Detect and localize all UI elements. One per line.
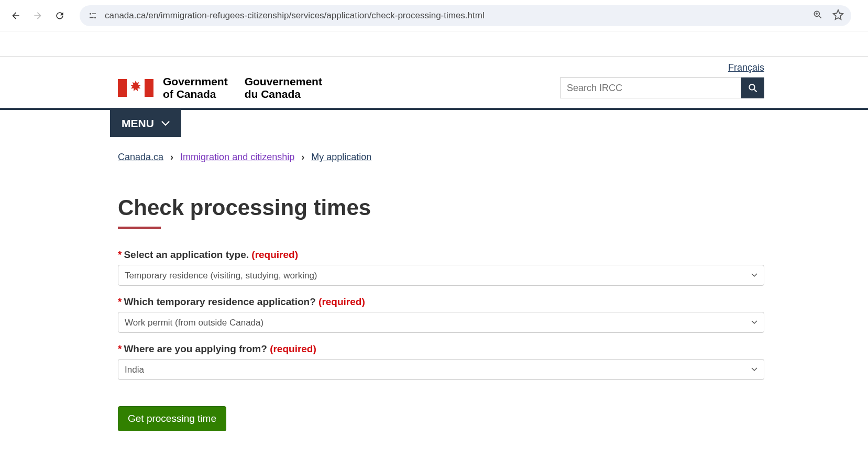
- svg-point-8: [749, 84, 755, 90]
- nav-arrows-group: [9, 9, 66, 22]
- government-wordmark: Government of Canada Gouvernement du Can…: [163, 75, 322, 100]
- zoom-icon[interactable]: [812, 9, 823, 22]
- svg-rect-1: [92, 13, 96, 14]
- svg-point-2: [94, 17, 96, 18]
- page-body: Français Government of Canada Gouvernem: [0, 31, 868, 452]
- main-content: Check processing times *Select an applic…: [0, 163, 868, 452]
- breadcrumb: Canada.ca › Immigration and citizenship …: [0, 137, 868, 163]
- label-applying-from: *Where are you applying from? (required): [118, 343, 764, 355]
- select-applying-from[interactable]: India: [118, 359, 764, 380]
- label-temp-residence: *Which temporary residence application? …: [118, 296, 764, 308]
- svg-line-9: [754, 89, 757, 92]
- language-row: Français: [0, 57, 868, 73]
- page-title: Check processing times: [118, 195, 764, 220]
- chevron-right-icon: ›: [301, 152, 304, 163]
- breadcrumb-link-2[interactable]: My application: [311, 152, 371, 162]
- government-logo[interactable]: Government of Canada Gouvernement du Can…: [118, 75, 322, 100]
- site-header: Government of Canada Gouvernement du Can…: [0, 73, 868, 108]
- get-processing-time-button[interactable]: Get processing time: [118, 406, 226, 431]
- browser-toolbar: canada.ca/en/immigration-refugees-citize…: [0, 0, 868, 31]
- bookmark-star-icon[interactable]: [832, 9, 844, 23]
- search-button[interactable]: [741, 77, 764, 98]
- language-toggle-link[interactable]: Français: [728, 62, 764, 73]
- svg-line-5: [819, 16, 821, 18]
- addr-icons: [812, 9, 844, 23]
- site-info-icon[interactable]: [87, 10, 98, 21]
- select-temp-residence[interactable]: Work permit (from outside Canada): [118, 312, 764, 333]
- canada-flag-icon: [118, 79, 153, 97]
- breadcrumb-link-0[interactable]: Canada.ca: [118, 152, 163, 162]
- form-group-application-type: *Select an application type. (required) …: [118, 249, 764, 286]
- gov-en-line1: Government: [163, 75, 228, 88]
- search-input[interactable]: [560, 77, 741, 98]
- required-star: *: [118, 249, 122, 260]
- required-text: (required): [251, 249, 298, 260]
- main-menu-button[interactable]: MENU: [110, 110, 181, 137]
- gov-fr-line2: du Canada: [245, 88, 322, 100]
- svg-rect-3: [90, 17, 94, 18]
- required-text: (required): [270, 343, 316, 354]
- label-application-type: *Select an application type. (required): [118, 249, 764, 261]
- form-group-applying-from: *Where are you applying from? (required)…: [118, 343, 764, 380]
- required-star: *: [118, 296, 122, 307]
- address-bar[interactable]: canada.ca/en/immigration-refugees-citize…: [80, 5, 851, 26]
- required-text: (required): [318, 296, 365, 307]
- forward-button[interactable]: [31, 9, 44, 22]
- select-application-type[interactable]: Temporary residence (visiting, studying,…: [118, 265, 764, 286]
- svg-point-0: [90, 13, 91, 14]
- chevron-down-icon: [161, 121, 170, 126]
- maple-leaf-icon: [129, 81, 142, 95]
- reload-button[interactable]: [53, 9, 66, 22]
- form-group-temp-residence: *Which temporary residence application? …: [118, 296, 764, 333]
- back-button[interactable]: [9, 9, 22, 22]
- chevron-right-icon: ›: [170, 152, 173, 163]
- site-search: [560, 77, 764, 98]
- menu-row: MENU: [0, 110, 868, 137]
- search-icon: [748, 83, 757, 93]
- gov-fr-line1: Gouvernement: [245, 75, 322, 88]
- menu-label: MENU: [122, 117, 154, 130]
- gov-en-line2: of Canada: [163, 88, 228, 100]
- required-star: *: [118, 343, 122, 354]
- title-underline: [118, 227, 161, 229]
- breadcrumb-link-1[interactable]: Immigration and citizenship: [180, 152, 294, 162]
- url-text: canada.ca/en/immigration-refugees-citize…: [105, 10, 806, 21]
